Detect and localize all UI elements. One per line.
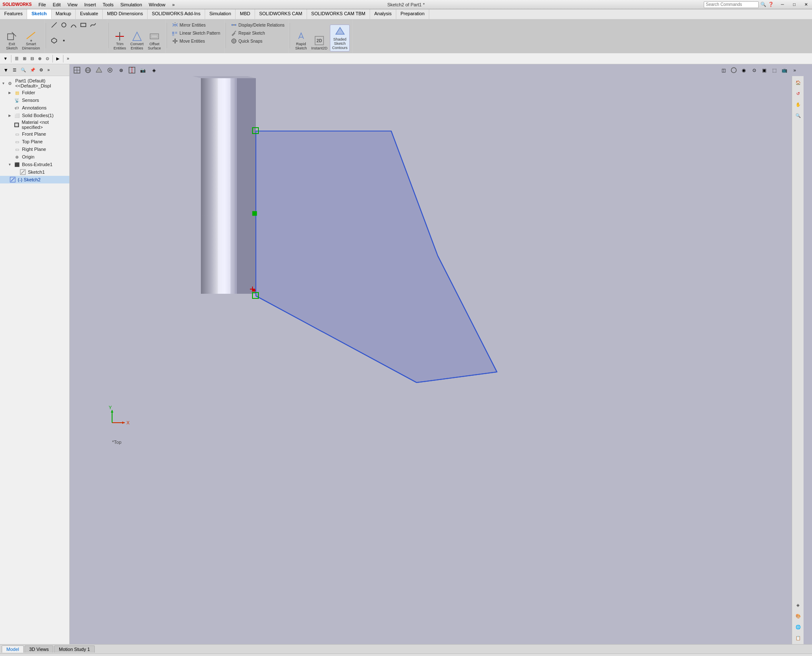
menu-file[interactable]: File: [35, 1, 49, 8]
tree-item-folder[interactable]: ▤ Folder: [0, 89, 69, 96]
vp-btn-view-orient[interactable]: [83, 66, 93, 75]
tree-pin-btn[interactable]: 📌: [28, 67, 37, 73]
vp-right-btn-3[interactable]: ◉: [739, 66, 749, 75]
tab-mbd-dimensions[interactable]: MBD Dimensions: [103, 9, 148, 19]
tree-item-sketch1[interactable]: Sketch1: [0, 168, 69, 176]
search-icon[interactable]: 🔍: [760, 2, 766, 7]
menu-expand[interactable]: »: [169, 1, 178, 8]
vp-right-btn-7[interactable]: 📺: [780, 66, 789, 75]
spline-tool-button[interactable]: [88, 21, 98, 29]
offset-surface-button[interactable]: OffsetSurface: [146, 30, 163, 52]
tb2-chevron-right[interactable]: »: [65, 55, 71, 62]
menu-simulation[interactable]: Simulation: [117, 1, 145, 8]
tab-preparation[interactable]: Preparation: [396, 9, 429, 19]
tb2-grid-btn[interactable]: ⊞: [21, 55, 28, 62]
vp-btn-hide-show[interactable]: [105, 66, 115, 75]
close-button[interactable]: ✕: [800, 0, 812, 9]
help-icon[interactable]: ❓: [768, 2, 774, 7]
vp-btn-section-view[interactable]: [127, 66, 137, 75]
polygon-tool-button[interactable]: [49, 37, 59, 44]
circle-tool-button[interactable]: [59, 21, 69, 29]
linear-sketch-pattern-button[interactable]: Linear Sketch Pattern: [170, 29, 222, 37]
tree-item-annotations[interactable]: 🏷 Annotations: [0, 104, 69, 112]
rp-appearance-btn[interactable]: 🎨: [793, 611, 803, 620]
arc-tool-button[interactable]: [69, 21, 78, 29]
tab-3dviews[interactable]: 3D Views: [25, 645, 53, 653]
instant2d-button[interactable]: 2D Instant2D: [310, 34, 329, 52]
tree-item-sketch2[interactable]: (-) Sketch2: [0, 176, 69, 183]
vp-btn-display-style[interactable]: [94, 66, 104, 75]
menu-tools[interactable]: Tools: [99, 1, 117, 8]
tab-sw-cam-tbm[interactable]: SOLIDWORKS CAM TBM: [307, 9, 370, 19]
tab-analysis[interactable]: Analysis: [370, 9, 396, 19]
rp-scene-btn[interactable]: 🌐: [793, 622, 803, 631]
rp-home-btn[interactable]: 🏠: [793, 78, 803, 87]
tb2-list-btn[interactable]: ☰: [13, 55, 20, 62]
expand-folder[interactable]: [8, 90, 12, 95]
rapid-sketch-button[interactable]: RapidSketch: [294, 30, 309, 52]
move-entities-button[interactable]: Move Entities: [170, 37, 206, 45]
vp-right-btn-1[interactable]: ◫: [719, 66, 728, 75]
display-delete-relations-button[interactable]: Display/Delete Relations: [229, 21, 286, 29]
tab-markup[interactable]: Markup: [52, 9, 76, 19]
expand-solid-bodies[interactable]: [8, 113, 12, 118]
search-input[interactable]: [704, 1, 759, 8]
tree-expand-btn[interactable]: »: [46, 67, 52, 73]
menu-window[interactable]: Window: [145, 1, 169, 8]
vp-right-btn-2[interactable]: [729, 66, 738, 75]
tab-motion-study[interactable]: Motion Study 1: [54, 645, 94, 653]
tab-mbd[interactable]: MBD: [236, 9, 255, 19]
tree-item-part1[interactable]: ⚙ Part1 (Default) <<Default>_Displ: [0, 78, 69, 89]
rp-model-display-btn[interactable]: ◈: [793, 600, 803, 610]
tab-simulation[interactable]: Simulation: [205, 9, 236, 19]
tab-sketch[interactable]: Sketch: [27, 9, 51, 19]
line-tool-button[interactable]: [49, 21, 59, 29]
vp-btn-zoom-fit[interactable]: [72, 66, 82, 75]
restore-button[interactable]: □: [788, 0, 800, 9]
tab-evaluate[interactable]: Evaluate: [76, 9, 103, 19]
tree-item-sensors[interactable]: 📡 Sensors: [0, 96, 69, 104]
tab-features[interactable]: Features: [0, 9, 27, 19]
rp-decals-btn[interactable]: 📋: [793, 633, 803, 642]
mirror-entities-button[interactable]: Mirror Entities: [170, 21, 207, 29]
rp-rotate-btn[interactable]: ↺: [793, 89, 803, 98]
tab-sw-cam[interactable]: SOLIDWORKS CAM: [255, 9, 307, 19]
tab-model[interactable]: Model: [2, 645, 24, 653]
exit-sketch-button[interactable]: ExitSketch: [4, 30, 19, 52]
tb2-filter-btn[interactable]: ▼: [2, 55, 9, 62]
tb2-circle-btn[interactable]: ⊙: [44, 55, 51, 62]
smart-dimension-button[interactable]: ◈ SmartDimension: [20, 30, 42, 52]
vp-btn-view-camera[interactable]: 📷: [138, 66, 148, 75]
quick-snaps-button[interactable]: Quick Snaps: [229, 37, 264, 45]
tree-settings-btn[interactable]: ⚙: [38, 67, 45, 73]
rectangle-tool-button[interactable]: [79, 21, 88, 29]
tb2-arrow-btn[interactable]: ▶: [55, 55, 61, 62]
tb2-prop-btn[interactable]: ⊟: [29, 55, 36, 62]
expand-boss-extrude1[interactable]: [8, 162, 12, 167]
tree-item-material[interactable]: 🔲 Material <not specified>: [0, 119, 69, 130]
vp-right-btn-6[interactable]: ⬚: [770, 66, 779, 75]
tree-search-btn[interactable]: 🔍: [19, 67, 27, 73]
tree-item-front-plane[interactable]: ▭ Front Plane: [0, 130, 69, 138]
minimize-button[interactable]: ─: [776, 0, 788, 9]
tree-item-top-plane[interactable]: ▭ Top Plane: [0, 138, 69, 145]
expand-part1[interactable]: [2, 81, 5, 85]
tree-filter-btn[interactable]: ▼: [2, 66, 10, 74]
repair-sketch-button[interactable]: Repair Sketch: [229, 29, 266, 37]
vp-right-btn-4[interactable]: ⊙: [749, 66, 759, 75]
menu-view[interactable]: View: [64, 1, 81, 8]
tree-item-boss-extrude1[interactable]: ⬛ Boss-Extrude1: [0, 161, 69, 168]
tb2-snap-btn[interactable]: ⊕: [36, 55, 43, 62]
tree-list-btn[interactable]: ☰: [11, 67, 18, 73]
trim-entities-button[interactable]: TrimEntities: [112, 30, 128, 52]
menu-insert[interactable]: Insert: [81, 1, 99, 8]
vp-right-btn-5[interactable]: ▣: [760, 66, 769, 75]
shaded-sketch-contours-button[interactable]: ShadedSketchContours: [330, 25, 350, 52]
vp-btn-something[interactable]: ◈: [149, 66, 159, 75]
tree-item-origin[interactable]: ⊕ Origin: [0, 153, 69, 161]
vp-btn-edit-appearance[interactable]: ⊛: [116, 66, 126, 75]
vp-right-btn-8[interactable]: »: [790, 66, 799, 75]
menu-edit[interactable]: Edit: [49, 1, 64, 8]
point-tool-button[interactable]: [59, 37, 69, 44]
rp-pan-btn[interactable]: ✋: [793, 100, 803, 109]
